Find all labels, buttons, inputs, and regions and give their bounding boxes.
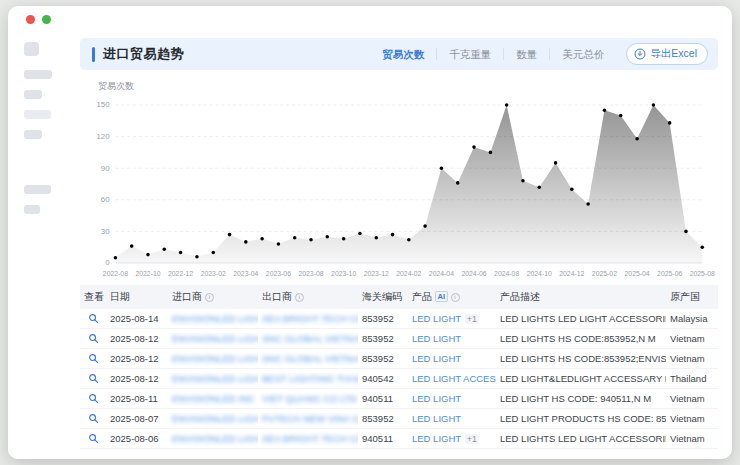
- cell-date: 2025-08-12: [106, 348, 168, 368]
- info-icon[interactable]: [295, 293, 304, 302]
- tab-usd-total[interactable]: 美元总价: [549, 48, 616, 60]
- exporter-link[interactable]: SEA BRIGHT TECH CO LTD: [262, 313, 358, 324]
- svg-text:2023-12: 2023-12: [364, 270, 389, 277]
- col-exporter-label: 出口商: [262, 291, 292, 302]
- cell-date: 2025-08-12: [106, 328, 168, 348]
- svg-text:2023-04: 2023-04: [233, 270, 258, 277]
- table-row[interactable]: 2025-08-12 ENVISIONLED LIGHTING INC SNC …: [80, 328, 718, 348]
- export-excel-button[interactable]: 导出Excel: [626, 43, 708, 65]
- trade-trend-area-chart[interactable]: 03060901201502022-082022-102022-122023-0…: [84, 95, 716, 281]
- product-link[interactable]: LED LIGHT: [412, 413, 461, 424]
- metric-tabs: 贸易次数 千克重量 数量 美元总价: [370, 48, 616, 60]
- cell-origin-country: Vietnam: [666, 388, 718, 408]
- cell-hs-code: 940511: [358, 428, 408, 448]
- exporter-link[interactable]: VIET QUANG CO LTD: [262, 393, 357, 404]
- cell-description: LED LIGHTS LED LIGHT ACCESSORIES THIS SH…: [496, 428, 666, 448]
- view-search-icon[interactable]: [88, 413, 99, 424]
- ai-badge: AI: [435, 291, 448, 302]
- product-link[interactable]: LED LIGHT ACCESSORY: [412, 373, 496, 384]
- importer-link[interactable]: ENVISIONLED LIGHTING INC: [172, 413, 258, 424]
- sidebar-item[interactable]: [24, 70, 52, 79]
- svg-text:150: 150: [96, 100, 110, 109]
- col-view: 查看: [80, 285, 106, 309]
- table-row[interactable]: 2025-08-14 ENVISIONLED LIGHTING INC SEA …: [80, 309, 718, 328]
- cell-date: 2025-08-07: [106, 408, 168, 428]
- table-row[interactable]: 2025-08-12 ENVISIONLED LIGHTING INC SNC …: [80, 348, 718, 368]
- cell-date: 2025-08-06: [106, 428, 168, 448]
- sidebar-item[interactable]: [24, 205, 40, 214]
- sidebar-item[interactable]: [24, 110, 51, 119]
- cell-description: LED LIGHT&LEDLIGHT ACCESSARY HS CODE: 94…: [496, 368, 666, 388]
- sidebar-item[interactable]: [24, 90, 42, 99]
- svg-text:0: 0: [105, 258, 110, 267]
- tab-trade-count[interactable]: 贸易次数: [370, 48, 436, 60]
- title-accent-bar: [92, 47, 95, 62]
- view-search-icon[interactable]: [88, 433, 99, 444]
- view-search-icon[interactable]: [88, 353, 99, 364]
- window-maximize-button[interactable]: [42, 15, 51, 24]
- col-product-label: 产品: [412, 291, 432, 302]
- importer-link[interactable]: ENVISIONLED INC: [172, 393, 255, 404]
- product-extra-badge[interactable]: +1: [465, 314, 479, 324]
- cell-hs-code: 853952: [358, 408, 408, 428]
- y-axis-name: 贸易次数: [98, 80, 716, 93]
- info-icon[interactable]: [451, 293, 460, 302]
- info-icon[interactable]: [205, 293, 214, 302]
- svg-text:2024-06: 2024-06: [461, 270, 486, 277]
- svg-text:2024-12: 2024-12: [559, 270, 584, 277]
- cell-origin-country: Vietnam: [666, 328, 718, 348]
- sidebar-item[interactable]: [24, 130, 42, 139]
- view-search-icon[interactable]: [88, 313, 99, 324]
- exporter-link[interactable]: PVTECH NEW VINA CO LTD: [262, 413, 358, 424]
- importer-link[interactable]: ENVISIONLED LIGHTING INC: [172, 373, 258, 384]
- svg-text:2024-02: 2024-02: [396, 270, 421, 277]
- cell-description: LED LIGHTS HS CODE:853952;ENVISIONLED: [496, 348, 666, 368]
- download-icon: [634, 48, 646, 60]
- cell-description: LED LIGHTS LED LIGHT ACCESSORIES,ENVISIO…: [496, 309, 666, 328]
- svg-text:120: 120: [96, 132, 110, 141]
- trend-chart-container: 贸易次数 03060901201502022-082022-102022-122…: [80, 70, 718, 281]
- window-titlebar: [8, 6, 732, 32]
- importer-link[interactable]: ENVISIONLED LIGHTING INC: [172, 313, 258, 324]
- table-row[interactable]: 2025-08-06 ENVISIONLED LIGHTING INC SEA …: [80, 428, 718, 448]
- product-link[interactable]: LED LIGHT: [412, 353, 461, 364]
- cell-description: LED LIGHT HS CODE: 940511,N M: [496, 388, 666, 408]
- product-link[interactable]: LED LIGHT: [412, 313, 461, 324]
- product-link[interactable]: LED LIGHT: [412, 393, 461, 404]
- exporter-link[interactable]: SNC GLOBAL VIETNAM CO: [262, 353, 358, 364]
- exporter-link[interactable]: BEST LIGHTING THAILAND CO: [262, 373, 358, 384]
- cell-origin-country: Vietnam: [666, 428, 718, 448]
- svg-text:2025-02: 2025-02: [592, 270, 617, 277]
- window-close-button[interactable]: [26, 15, 35, 24]
- importer-link[interactable]: ENVISIONLED LIGHTING INC: [172, 353, 258, 364]
- product-link[interactable]: LED LIGHT: [412, 433, 461, 444]
- chart-header: 进口贸易趋势 贸易次数 千克重量 数量 美元总价 导出Excel: [80, 38, 718, 70]
- tab-kg-weight[interactable]: 千克重量: [436, 48, 503, 60]
- svg-text:60: 60: [101, 195, 110, 204]
- view-search-icon[interactable]: [88, 393, 99, 404]
- sidebar-logo-placeholder: [24, 42, 39, 56]
- importer-link[interactable]: ENVISIONLED LIGHTING INC: [172, 333, 258, 344]
- page-title: 进口贸易趋势: [103, 45, 184, 63]
- cell-origin-country: Vietnam: [666, 408, 718, 428]
- tab-quantity[interactable]: 数量: [503, 48, 549, 60]
- main-panel: 进口贸易趋势 贸易次数 千克重量 数量 美元总价 导出Excel 贸易次数 03…: [66, 32, 732, 459]
- col-description: 产品描述: [496, 285, 666, 309]
- svg-text:2022-10: 2022-10: [135, 270, 160, 277]
- svg-text:30: 30: [101, 227, 110, 236]
- view-search-icon[interactable]: [88, 333, 99, 344]
- importer-link[interactable]: ENVISIONLED LIGHTING INC: [172, 433, 258, 444]
- cell-date: 2025-08-11: [106, 388, 168, 408]
- table-row[interactable]: 2025-08-07 ENVISIONLED LIGHTING INC PVTE…: [80, 408, 718, 428]
- view-search-icon[interactable]: [88, 373, 99, 384]
- exporter-link[interactable]: SNC GLOBAL VIETNAM CO: [262, 333, 358, 344]
- col-date: 日期: [106, 285, 168, 309]
- svg-text:2024-04: 2024-04: [429, 270, 454, 277]
- table-row[interactable]: 2025-08-12 ENVISIONLED LIGHTING INC BEST…: [80, 368, 718, 388]
- product-link[interactable]: LED LIGHT: [412, 333, 461, 344]
- product-extra-badge[interactable]: +1: [465, 434, 479, 444]
- table-row[interactable]: 2025-08-11 ENVISIONLED INC VIET QUANG CO…: [80, 388, 718, 408]
- exporter-link[interactable]: SEA BRIGHT TECH CO LTD: [262, 433, 358, 444]
- cell-hs-code: 853952: [358, 348, 408, 368]
- sidebar-item[interactable]: [24, 185, 51, 194]
